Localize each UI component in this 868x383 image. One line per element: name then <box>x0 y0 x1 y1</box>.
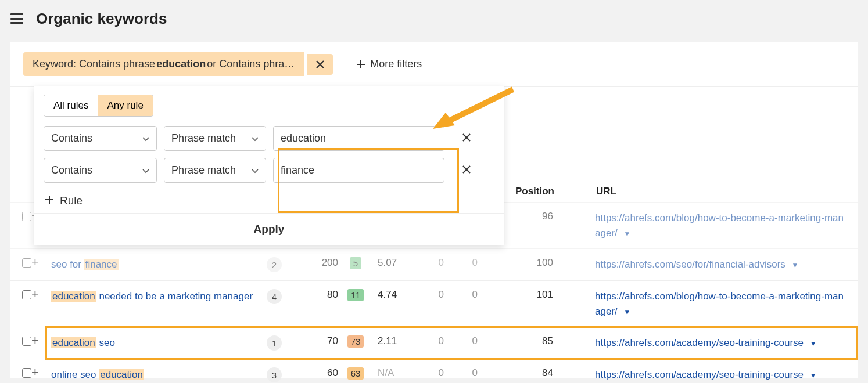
plus-icon <box>45 194 54 207</box>
expand-row-button[interactable]: + <box>31 289 51 299</box>
rule-row: Contains Phrase match <box>34 122 504 154</box>
keyword-cell[interactable]: education needed to be a marketing manag… <box>51 289 253 304</box>
table-row: +seo for finance220055.0700100https://ah… <box>10 248 858 280</box>
match-type-select[interactable]: Phrase match <box>164 126 266 151</box>
remove-rule-button[interactable] <box>458 129 475 148</box>
chevron-down-icon: ▼ <box>792 261 799 269</box>
chevron-down-icon: ▼ <box>810 371 817 380</box>
row-checkbox-cell <box>10 211 31 224</box>
kd-cell: 63 <box>343 367 368 380</box>
volume-cell: 70 <box>295 335 343 347</box>
chevron-down-icon: ▼ <box>623 308 630 316</box>
keyword-cell[interactable]: seo for finance <box>51 257 253 272</box>
more-filters-button[interactable]: More filters <box>347 52 431 76</box>
filter-chip-bold: education <box>156 58 206 70</box>
paid-cell: 0 <box>447 335 481 347</box>
chevron-down-icon <box>142 132 149 144</box>
match-type-value: Phrase match <box>171 132 236 144</box>
operator-select[interactable]: Contains <box>44 126 157 151</box>
position-cell: 85 <box>481 335 559 347</box>
row-checkbox[interactable] <box>22 258 31 268</box>
expand-row-button[interactable]: + <box>31 257 51 268</box>
row-checkbox[interactable] <box>22 368 31 378</box>
chevron-down-icon <box>252 164 259 176</box>
rule-row: Contains Phrase match <box>34 154 504 186</box>
row-checkbox[interactable] <box>22 212 31 221</box>
close-icon <box>462 166 471 176</box>
paid-cell: 0 <box>447 289 481 301</box>
filter-chip-close-button[interactable] <box>307 54 333 75</box>
remove-rule-button[interactable] <box>458 161 475 180</box>
close-icon <box>315 60 325 69</box>
more-filters-label: More filters <box>370 58 422 70</box>
serp-features-cell: 2 <box>253 257 295 272</box>
expand-row-button[interactable]: + <box>31 335 51 346</box>
filter-chip-prefix: Keyword: Contains phrase <box>33 58 155 70</box>
serp-features-cell: 3 <box>253 367 295 382</box>
keyword-filter-chip[interactable]: Keyword: Contains phrase education or Co… <box>23 52 304 76</box>
keyword-cell[interactable]: online seo education <box>51 367 253 382</box>
chevron-down-icon <box>142 164 149 176</box>
row-checkbox-cell <box>10 367 31 381</box>
traffic-cell: 0 <box>414 257 447 269</box>
cpc-cell: 2.11 <box>368 335 414 347</box>
cpc-cell: 4.74 <box>368 289 414 301</box>
match-type-select[interactable]: Phrase match <box>164 158 266 183</box>
expand-row-button[interactable]: + <box>31 367 51 378</box>
position-cell: 101 <box>481 289 559 301</box>
traffic-cell: 0 <box>414 367 447 379</box>
add-rule-label: Rule <box>60 194 83 207</box>
apply-button[interactable]: Apply <box>34 213 504 245</box>
operator-select[interactable]: Contains <box>44 158 157 183</box>
serp-features-cell: 1 <box>253 335 295 351</box>
column-header-url[interactable]: URL <box>560 186 596 197</box>
row-checkbox-cell <box>10 289 31 302</box>
filter-dropdown: All rules Any rule Contains Phrase match <box>34 86 504 245</box>
kd-cell: 5 <box>343 257 368 269</box>
column-header-position[interactable]: Position <box>502 186 560 197</box>
paid-cell: 0 <box>447 367 481 379</box>
url-cell[interactable]: https://ahrefs.com/academy/seo-training-… <box>559 367 858 382</box>
row-checkbox-cell <box>10 335 31 349</box>
operator-value: Contains <box>51 164 92 176</box>
kd-cell: 73 <box>343 335 368 348</box>
chevron-down-icon <box>252 132 259 144</box>
table-row: +online seo education36063N/A0084https:/… <box>10 359 858 383</box>
any-rule-option[interactable]: Any rule <box>98 95 152 116</box>
url-cell[interactable]: https://ahrefs.com/seo/for/financial-adv… <box>559 257 858 272</box>
table-row: +education seo170732.110085https://ahref… <box>10 327 858 359</box>
kd-cell: 11 <box>343 289 368 301</box>
filter-chip-suffix: or Contains phra… <box>207 58 295 70</box>
chevron-down-icon: ▼ <box>623 230 630 238</box>
add-rule-button[interactable]: Rule <box>34 186 93 213</box>
url-cell[interactable]: https://ahrefs.com/blog/how-to-become-a-… <box>559 211 858 240</box>
page-title: Organic keywords <box>36 10 167 28</box>
cpc-cell: 5.07 <box>368 257 414 269</box>
rule-value-input[interactable] <box>273 158 444 183</box>
row-checkbox[interactable] <box>22 337 31 346</box>
all-rules-option[interactable]: All rules <box>44 95 98 116</box>
hamburger-menu-icon[interactable] <box>10 13 23 24</box>
operator-value: Contains <box>51 132 92 144</box>
position-cell: 100 <box>481 257 559 269</box>
cpc-cell: N/A <box>368 367 414 379</box>
filter-bar: Keyword: Contains phrase education or Co… <box>10 42 858 87</box>
paid-cell: 0 <box>447 257 481 269</box>
volume-cell: 60 <box>295 367 343 379</box>
rule-mode-toggle: All rules Any rule <box>44 95 153 117</box>
keyword-cell[interactable]: education seo <box>51 335 253 351</box>
url-cell[interactable]: https://ahrefs.com/blog/how-to-become-a-… <box>559 289 858 319</box>
volume-cell: 200 <box>295 257 343 269</box>
volume-cell: 80 <box>295 289 343 301</box>
top-bar: Organic keywords <box>0 0 868 42</box>
position-cell: 84 <box>481 367 559 379</box>
chevron-down-icon: ▼ <box>810 339 817 348</box>
traffic-cell: 0 <box>414 335 447 347</box>
table-row: +education needed to be a marketing mana… <box>10 280 858 327</box>
url-cell[interactable]: https://ahrefs.com/academy/seo-training-… <box>559 335 858 351</box>
close-icon <box>462 134 471 144</box>
match-type-value: Phrase match <box>171 164 236 176</box>
serp-features-cell: 4 <box>253 289 295 304</box>
rule-value-input[interactable] <box>273 126 444 151</box>
row-checkbox[interactable] <box>22 290 31 299</box>
